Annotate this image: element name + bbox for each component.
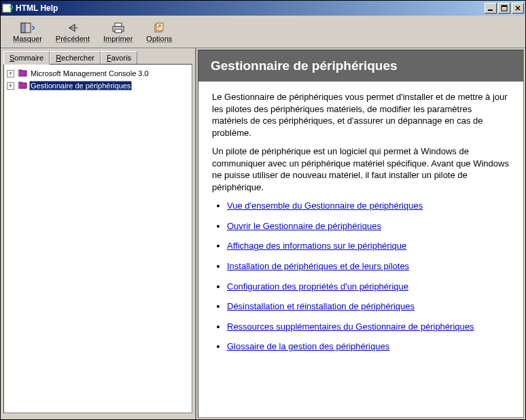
svg-rect-10	[115, 23, 122, 27]
toolbar: Masquer Précédent Imprimer	[1, 16, 525, 48]
tree-label: Gestionnaire de périphériques	[29, 81, 132, 90]
help-link[interactable]: Configuration des propriétés d'un périph…	[227, 281, 408, 292]
svg-rect-12	[115, 29, 122, 33]
tree-label: Microsoft Management Console 3.0	[29, 69, 150, 78]
svg-rect-14	[156, 23, 163, 31]
list-item: Affichage des informations sur le périph…	[227, 240, 510, 252]
close-button[interactable]	[512, 3, 524, 14]
help-link[interactable]: Installation de périphériques et de leur…	[227, 261, 409, 271]
help-link[interactable]: Désinstallation et réinstallation de pér…	[227, 301, 415, 311]
titlebar: ? HTML Help	[1, 1, 525, 16]
svg-rect-2	[488, 10, 493, 11]
content-link-list: Vue d'ensemble du Gestionnaire de périph…	[212, 200, 510, 352]
window-controls	[485, 3, 524, 14]
content-paragraph: Un pilote de périphérique est un logicie…	[212, 145, 510, 193]
expand-icon[interactable]: +	[7, 82, 14, 90]
contents-tree[interactable]: + Microsoft Management Console 3.0 + Ges…	[3, 64, 192, 413]
expand-icon[interactable]: +	[7, 70, 14, 77]
book-closed-icon	[17, 68, 28, 79]
list-item: Installation de périphériques et de leur…	[227, 260, 510, 273]
content-pane[interactable]: Gestionnaire de périphériques Le Gestion…	[198, 50, 524, 418]
svg-rect-8	[21, 23, 25, 33]
print-button[interactable]: Imprimer	[97, 17, 139, 46]
tree-item[interactable]: + Microsoft Management Console 3.0	[5, 67, 190, 80]
help-app-icon: ?	[2, 3, 13, 14]
back-button[interactable]: Précédent	[49, 17, 97, 46]
back-arrow-icon	[65, 21, 80, 35]
hide-icon	[20, 21, 35, 35]
list-item: Désinstallation et réinstallation de pér…	[227, 300, 510, 313]
list-item: Ouvrir le Gestionnaire de périphériques	[227, 220, 510, 232]
back-label: Précédent	[56, 35, 90, 43]
tab-search[interactable]: Rechercher	[50, 51, 101, 64]
help-link[interactable]: Ouvrir le Gestionnaire de périphériques	[227, 221, 381, 231]
tree-item[interactable]: + Gestionnaire de périphériques	[5, 80, 190, 92]
svg-rect-4	[502, 5, 507, 7]
svg-text:?: ?	[9, 4, 13, 14]
printer-icon	[111, 21, 126, 35]
navigation-pane: Sommaire Rechercher Favoris + Microsoft …	[1, 48, 196, 419]
help-link[interactable]: Ressources supplémentaires du Gestionnai…	[227, 321, 474, 332]
minimize-button[interactable]	[485, 3, 497, 14]
list-item: Vue d'ensemble du Gestionnaire de périph…	[227, 200, 510, 212]
nav-tabs: Sommaire Rechercher Favoris	[3, 51, 192, 64]
book-closed-icon	[17, 80, 28, 91]
help-link[interactable]: Glossaire de la gestion des périphérique…	[227, 341, 389, 351]
content-paragraph: Le Gestionnaire de périphériques vous pe…	[212, 91, 510, 139]
hide-button[interactable]: Masquer	[6, 17, 49, 46]
maximize-button[interactable]	[498, 3, 510, 14]
list-item: Ressources supplémentaires du Gestionnai…	[227, 321, 510, 333]
window-title: HTML Help	[16, 3, 485, 13]
options-icon	[152, 21, 166, 35]
list-item: Glossaire de la gestion des périphérique…	[227, 340, 510, 353]
options-label: Options	[146, 35, 172, 43]
tab-summary[interactable]: Sommaire	[3, 51, 50, 65]
help-link[interactable]: Affichage des informations sur le périph…	[227, 241, 406, 251]
help-link[interactable]: Vue d'ensemble du Gestionnaire de périph…	[227, 200, 423, 211]
tab-favorites[interactable]: Favoris	[101, 51, 137, 64]
content-heading: Gestionnaire de périphériques	[198, 50, 523, 82]
content-body: Le Gestionnaire de périphériques vous pe…	[198, 82, 523, 370]
main-area: Sommaire Rechercher Favoris + Microsoft …	[1, 48, 525, 419]
print-label: Imprimer	[103, 35, 133, 43]
list-item: Configuration des propriétés d'un périph…	[227, 281, 510, 293]
options-button[interactable]: Options	[139, 17, 179, 46]
hide-label: Masquer	[13, 35, 42, 43]
